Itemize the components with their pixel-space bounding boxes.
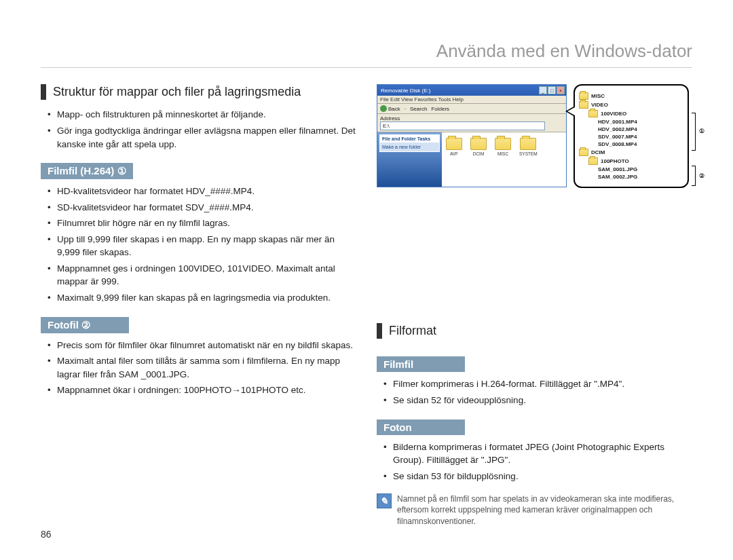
maximize-button[interactable]: □: [548, 86, 556, 94]
foton-format-list: Bilderna komprimeras i formatet JPEG (Jo…: [377, 441, 692, 483]
tree-file: HDV_0001.MP4: [598, 119, 637, 125]
fotofil-list: Precis som för filmfiler ökar filnumret …: [41, 339, 356, 397]
back-button[interactable]: Back: [380, 105, 400, 112]
address-input[interactable]: E:\: [380, 122, 545, 130]
window-title: Removable Disk (E:): [379, 88, 430, 94]
folder-icon: [588, 110, 598, 117]
window-titlebar: Removable Disk (E:) _ □ ×: [377, 85, 566, 96]
tree-dcim: DCIM: [591, 149, 605, 155]
right-column: Removable Disk (E:) _ □ × File Edit View…: [377, 84, 692, 527]
window-toolbar: Back · Search Folders: [377, 104, 566, 114]
list-item: SD-kvalitetsvideor har formatet SDV_####…: [48, 201, 356, 214]
close-button[interactable]: ×: [557, 86, 565, 94]
address-bar: Address E:\: [377, 114, 566, 132]
bracket-video: [692, 113, 696, 151]
folder-item[interactable]: SYSTEM: [519, 138, 538, 156]
filmfil-heading: Filmfil: [377, 356, 465, 372]
folder-icon: [579, 101, 588, 109]
list-item: Precis som för filmfiler ökar filnumret …: [48, 339, 356, 352]
side-panel-item[interactable]: Make a new folder: [382, 145, 437, 149]
folder-view: AVF DCIM MISC SYSTEM: [442, 132, 566, 187]
list-item: Se sidan 53 för bildupplösning.: [383, 470, 692, 483]
tree-misc: MISC: [591, 93, 605, 99]
fotofil-heading: Fotofil ②: [41, 317, 129, 333]
list-item: Mappnamnet ges i ordningen 100VIDEO, 101…: [48, 262, 356, 288]
minimize-button[interactable]: _: [539, 86, 547, 94]
explorer-window: Removable Disk (E:) _ □ × File Edit View…: [377, 84, 567, 187]
tree-file: SDV_0008.MP4: [598, 141, 637, 147]
sidebar: File and Folder Tasks Make a new folder: [377, 132, 442, 187]
list-item: Mappnamnet ökar i ordningen: 100PHOTO→10…: [48, 384, 356, 397]
list-item: Filnumret blir högre när en ny filmfil l…: [48, 217, 356, 230]
intro-list: Mapp- och filstrukturen på minneskortet …: [41, 108, 356, 151]
folder-icon: [579, 92, 588, 100]
folder-tree-diagram: MISC VIDEO 100VIDEO HDV_0001.MP4 HDV_000…: [574, 84, 689, 188]
folder-item[interactable]: MISC: [495, 138, 511, 156]
folder-icon: [520, 138, 536, 150]
filmfil-h264-heading: Filmfil (H.264) ①: [41, 163, 133, 179]
window-menubar[interactable]: File Edit View Favorites Tools Help: [377, 96, 566, 104]
list-item: Filmer komprimeras i H.264-format. Filti…: [383, 377, 692, 391]
back-icon: [380, 105, 387, 112]
section-filformat-heading: Filformat: [377, 323, 692, 339]
tree-file: SDV_0007.MP4: [598, 134, 637, 140]
list-item: Maximalt antal filer som tillåts är samm…: [48, 354, 356, 381]
page-title: Använda med en Windows-dator: [41, 41, 692, 68]
note-text: Namnet på en filmfil som har spelats in …: [397, 493, 692, 527]
side-panel: File and Folder Tasks Make a new folder: [379, 134, 440, 152]
separator: ·: [405, 106, 406, 112]
folder-icon: [588, 157, 598, 165]
tree-100photo: 100PHOTO: [601, 158, 629, 164]
folder-icon: [470, 138, 487, 150]
search-button[interactable]: Search: [410, 106, 427, 112]
list-item: Bilderna komprimeras i formatet JPEG (Jo…: [383, 441, 692, 467]
note-box: ✎ Namnet på en filmfil som har spelats i…: [377, 493, 692, 527]
bracket-photo: [692, 166, 696, 186]
left-column: Struktur för mappar och filer på lagring…: [41, 84, 356, 527]
folder-icon: [495, 138, 511, 150]
page-number: 86: [41, 529, 52, 540]
screenshot-area: Removable Disk (E:) _ □ × File Edit View…: [377, 84, 692, 187]
marker-2: ②: [697, 171, 707, 181]
tree-video: VIDEO: [591, 102, 608, 108]
section-structure-heading: Struktur för mappar och filer på lagring…: [41, 84, 356, 100]
callout-tail: [565, 106, 575, 117]
tree-100video: 100VIDEO: [601, 111, 626, 117]
tree-file: HDV_0002.MP4: [598, 126, 637, 132]
list-item: Se sidan 52 för videoupplösning.: [383, 394, 692, 407]
side-panel-title: File and Folder Tasks: [380, 135, 439, 143]
folder-icon: [446, 138, 462, 150]
tree-file: SAM_0001.JPG: [598, 166, 637, 172]
filmfil-list: HD-kvalitetsvideor har formatet HDV_####…: [41, 185, 356, 305]
folder-item[interactable]: AVF: [446, 138, 462, 156]
intro-item: Mapp- och filstrukturen på minneskortet …: [48, 108, 356, 122]
marker-1: ①: [697, 126, 707, 136]
folders-button[interactable]: Folders: [431, 106, 449, 112]
list-item: HD-kvalitetsvideor har formatet HDV_####…: [48, 185, 356, 198]
filmfil-format-list: Filmer komprimeras i H.264-format. Filti…: [377, 377, 692, 407]
address-label: Address: [380, 115, 400, 122]
folder-item[interactable]: DCIM: [470, 138, 487, 156]
foton-heading: Foton: [377, 419, 465, 435]
folder-icon: [579, 149, 588, 156]
intro-item: Gör inga godtyckliga ändringar eller avl…: [48, 124, 356, 151]
tree-file: SAM_0002.JPG: [598, 174, 637, 180]
list-item: Upp till 9,999 filer skapas i en mapp. E…: [48, 233, 356, 259]
note-icon: ✎: [377, 493, 392, 508]
list-item: Maximalt 9,999 filer kan skapas på en la…: [48, 291, 356, 305]
